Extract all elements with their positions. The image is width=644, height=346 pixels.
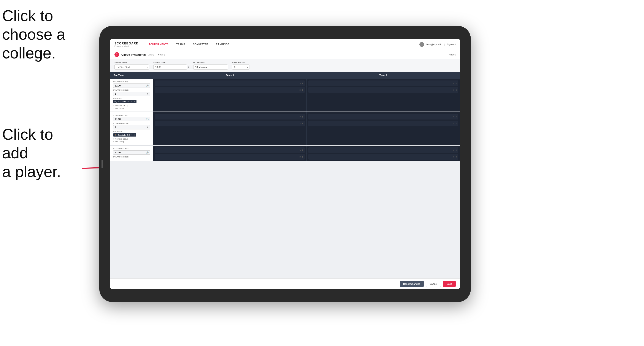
slot-expand-icon[interactable]: ⬍ — [302, 149, 304, 152]
player-slot[interactable]: ✕ ⬍ — [308, 87, 458, 93]
slot-expand-icon[interactable]: ⬍ — [455, 116, 457, 118]
form-controls: Start Type 1st Tee Start Start Time ℹ In… — [110, 59, 460, 72]
course-tag-1[interactable]: (A) Peachtree GC ✕ ⬍ — [113, 100, 136, 103]
hole-input-2[interactable]: 1 ⬍ — [113, 125, 150, 129]
nav-item-committee[interactable]: COMMITTEE — [189, 39, 212, 50]
intervals-label: Intervals — [193, 61, 228, 64]
course-label-1: COURSE: — [113, 97, 150, 99]
schedule-table: Tee Time Team 1 Team 2 STARTING TIME: 10… — [110, 72, 460, 279]
stepper-icon-1: ⬍ — [147, 93, 148, 95]
nav-item-teams[interactable]: TEAMS — [172, 39, 189, 50]
player-slot[interactable]: ✕ ⬍ — [155, 114, 305, 120]
slot-expand-icon[interactable]: ⬍ — [302, 122, 304, 125]
slot-x-icon[interactable]: ✕ — [453, 116, 454, 118]
slot-expand-icon[interactable]: ⬍ — [302, 82, 304, 85]
start-type-select-wrapper: 1st Tee Start — [114, 64, 149, 70]
player-slot[interactable]: ✕ ⬍ — [155, 87, 305, 93]
slot-x-icon[interactable]: ✕ — [453, 122, 454, 125]
slot-x-icon[interactable]: ✕ — [453, 89, 454, 91]
player-slot[interactable]: ✕ ⬍ — [308, 80, 458, 86]
slot-expand-icon[interactable]: ⬍ — [455, 89, 457, 91]
save-button[interactable]: Save — [443, 281, 456, 287]
annotation-bottom: Click to add a player. — [2, 125, 76, 181]
slot-x-icon[interactable]: ✕ — [299, 116, 301, 118]
hosting-badge: Hosting — [158, 53, 165, 56]
reset-button[interactable]: Reset Changes — [400, 281, 424, 287]
player-slot[interactable]: ✕ ⬍ — [308, 114, 458, 120]
table-row: STARTING TIME: 10:00 🕐 STARTING HOLE: 1 … — [110, 79, 460, 112]
back-button[interactable]: ‹ Back — [449, 53, 456, 56]
course-expand-2[interactable]: ⬍ — [133, 134, 135, 136]
remove-group-2[interactable]: ○ Remove Group — [113, 138, 150, 140]
slot-expand-icon[interactable]: ⬍ — [455, 122, 457, 125]
slot-x-icon[interactable]: ✕ — [299, 82, 301, 85]
slot-x-icon[interactable]: ✕ — [299, 89, 301, 91]
group-size-group: Group Size 3 — [232, 61, 250, 70]
sign-out-link[interactable]: Sign out — [447, 43, 456, 46]
hole-input-1[interactable]: 1 ⬍ — [113, 92, 150, 96]
starting-time-label-3: STARTING TIME: — [113, 148, 150, 150]
player-slot[interactable]: ✕ ⬍ — [155, 147, 305, 153]
team1-cell-2: ✕ ⬍ ✕ ⬍ — [153, 112, 307, 145]
nav-right: blair@clippd.io | Sign out — [420, 42, 456, 47]
course-label-2: COURSE: — [113, 131, 150, 133]
player-slot[interactable]: ✕ ⬍ — [308, 147, 458, 153]
slot-expand-icon[interactable]: ⬍ — [302, 116, 304, 118]
nav-item-tournaments[interactable]: TOURNAMENTS — [145, 39, 172, 50]
group-size-select[interactable]: 3 — [232, 64, 250, 70]
col-team1: Team 1 — [153, 72, 307, 79]
user-email: blair@clippd.io — [426, 43, 442, 46]
intervals-select[interactable]: 10 Minutes — [193, 64, 228, 70]
slot-x-icon[interactable]: ✕ — [299, 122, 301, 125]
slot-x-icon[interactable]: ✕ — [453, 156, 454, 158]
hole-label-3: STARTING HOLE: — [113, 156, 150, 158]
course-expand-1[interactable]: ⬍ — [134, 101, 135, 103]
time-input-3[interactable]: 10:20 🕐 — [113, 150, 150, 155]
add-group-1[interactable]: + Add Group — [113, 107, 150, 109]
course-remove-2[interactable]: ✕ — [131, 134, 132, 136]
slot-x-icon[interactable]: ✕ — [453, 149, 454, 152]
table-header: Tee Time Team 1 Team 2 — [110, 72, 460, 79]
time-input-1[interactable]: 10:00 🕐 — [113, 83, 150, 88]
team2-cell-2: ✕ ⬍ ✕ ⬍ — [307, 112, 460, 145]
slot-x-icon[interactable]: ✕ — [299, 156, 301, 158]
clock-icon-3: 🕐 — [146, 152, 148, 154]
nav-items: TOURNAMENTS TEAMS COMMITTEE RANKINGS — [145, 39, 420, 50]
group-size-select-wrapper: 3 — [232, 64, 250, 70]
nav-item-rankings[interactable]: RANKINGS — [212, 39, 233, 50]
clock-icon-2: 🕐 — [146, 118, 148, 120]
player-slot[interactable]: ✕ ⬍ — [155, 121, 305, 126]
remove-group-1[interactable]: ○ Remove Group — [113, 104, 150, 107]
team1-cell-3: ✕ ⬍ ✕ ⬍ — [153, 146, 307, 161]
course-remove-1[interactable]: ✕ — [131, 100, 132, 103]
info-icon: ℹ — [188, 66, 189, 69]
table-row: STARTING TIME: 10:10 🕐 STARTING HOLE: 1 … — [110, 112, 460, 146]
page-title: Clippd Invitational — [121, 53, 146, 56]
slot-expand-icon[interactable]: ⬍ — [455, 149, 457, 152]
player-slot[interactable]: ✕ ⬍ — [308, 154, 458, 160]
top-nav: SCOREBOARD Powered by clippd TOURNAMENTS… — [110, 39, 460, 50]
start-type-select[interactable]: 1st Tee Start — [114, 64, 149, 70]
tablet-screen: SCOREBOARD Powered by clippd TOURNAMENTS… — [110, 39, 460, 289]
add-group-2[interactable]: + Add Group — [113, 141, 150, 143]
slot-expand-icon[interactable]: ⬍ — [302, 156, 304, 158]
starting-time-label-1: STARTING TIME: — [113, 81, 150, 83]
team2-cell-3: ✕ ⬍ ✕ ⬍ — [307, 146, 460, 161]
player-slot[interactable]: ✕ ⬍ — [308, 121, 458, 126]
cancel-button[interactable]: Cancel — [426, 281, 441, 287]
time-input-2[interactable]: 10:10 🕐 — [113, 117, 150, 121]
player-slot[interactable]: ✕ ⬍ — [155, 154, 305, 160]
hole-label-2: STARTING HOLE: — [113, 123, 150, 125]
course-tag-2[interactable]: 🏌 East Lake GC ✕ ⬍ — [113, 133, 136, 137]
slot-expand-icon[interactable]: ⬍ — [455, 82, 457, 85]
start-time-input[interactable] — [153, 64, 187, 70]
slot-expand-icon[interactable]: ⬍ — [302, 89, 304, 91]
slot-expand-icon[interactable]: ⬍ — [455, 156, 457, 158]
slot-x-icon[interactable]: ✕ — [453, 82, 454, 85]
col-tee-time: Tee Time — [110, 72, 153, 79]
group-left-2: STARTING TIME: 10:10 🕐 STARTING HOLE: 1 … — [110, 112, 153, 145]
groups-container: STARTING TIME: 10:00 🕐 STARTING HOLE: 1 … — [110, 79, 460, 279]
annotation-top: Click to choose a college. — [2, 6, 84, 62]
slot-x-icon[interactable]: ✕ — [299, 149, 301, 152]
player-slot[interactable]: ✕ ⬍ — [155, 80, 305, 86]
